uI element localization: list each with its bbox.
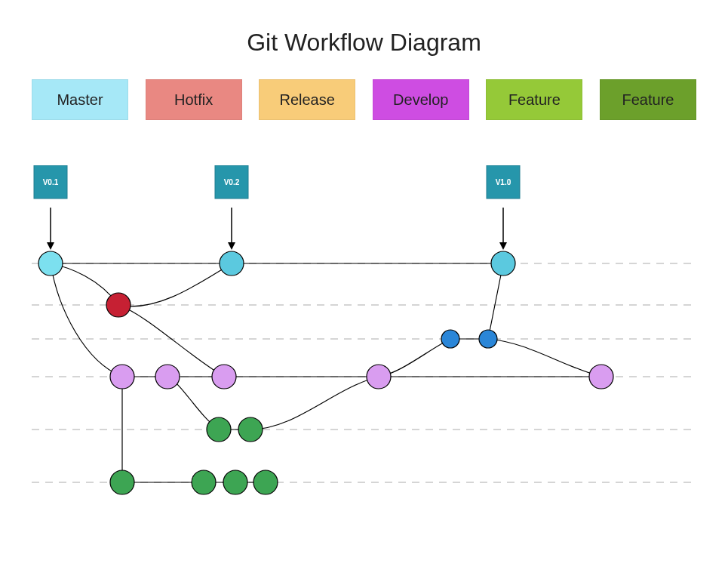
branch-edge xyxy=(488,339,601,377)
commit-master-1 xyxy=(220,251,244,276)
commit-feature2-1 xyxy=(192,470,216,494)
svg-marker-2 xyxy=(47,242,54,250)
svg-text:V0.1: V0.1 xyxy=(43,178,59,186)
commit-develop-4 xyxy=(589,365,613,389)
tag-v01: V0.1 xyxy=(34,165,67,250)
commit-release-0 xyxy=(441,330,459,348)
legend-release-2: Release xyxy=(259,79,355,120)
commit-master-0 xyxy=(38,251,63,276)
commit-feature2-2 xyxy=(223,470,247,494)
commit-feature2-0 xyxy=(110,470,134,494)
legend-feature-4: Feature xyxy=(486,79,582,120)
commit-develop-1 xyxy=(155,365,180,389)
legend-feature-5: Feature xyxy=(600,79,696,120)
git-workflow-diagram: V0.1V0.2V1.0 xyxy=(17,165,711,528)
legend-develop-3: Develop xyxy=(373,79,469,120)
commit-develop-2 xyxy=(212,365,236,389)
svg-marker-8 xyxy=(499,242,507,250)
commit-release-1 xyxy=(479,330,497,348)
commit-hotfix-0 xyxy=(106,293,131,317)
commit-feature1-0 xyxy=(207,417,231,442)
commit-develop-0 xyxy=(110,365,134,389)
svg-text:V1.0: V1.0 xyxy=(496,178,511,186)
branch-edge xyxy=(118,263,232,306)
svg-text:V0.2: V0.2 xyxy=(224,178,240,186)
legend-master-0: Master xyxy=(32,79,128,120)
diagram-svg: V0.1V0.2V1.0 xyxy=(17,165,711,528)
commit-develop-3 xyxy=(367,365,391,389)
tag-v02: V0.2 xyxy=(215,165,248,250)
svg-marker-5 xyxy=(228,242,235,250)
legend-row: MasterHotfixReleaseDevelopFeatureFeature xyxy=(32,79,696,120)
branch-edge xyxy=(250,377,379,430)
legend-hotfix-1: Hotfix xyxy=(146,79,242,120)
tag-v10: V1.0 xyxy=(487,165,520,250)
branch-edge xyxy=(51,263,122,377)
commit-master-2 xyxy=(491,251,515,276)
commit-feature1-1 xyxy=(238,417,263,442)
diagram-title: Git Workflow Diagram xyxy=(0,29,728,57)
commit-feature2-3 xyxy=(253,470,278,494)
